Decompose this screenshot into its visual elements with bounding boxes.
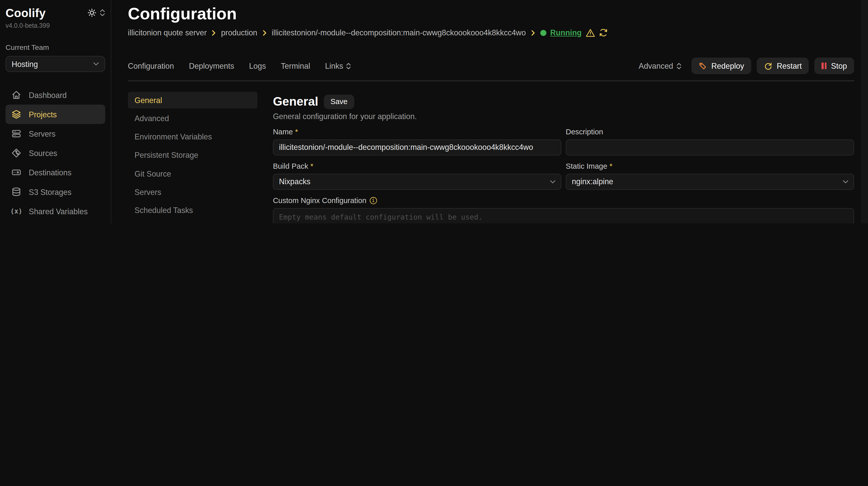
stop-button[interactable]: Stop <box>814 58 854 74</box>
build-pack-label: Build Pack* <box>273 162 561 170</box>
sidebar-item-s3-storages[interactable]: S3 Storages <box>6 182 105 201</box>
breadcrumb-project[interactable]: illicitonion quote server <box>128 28 207 37</box>
subnav-item-webhooks[interactable]: Webhooks <box>128 221 257 223</box>
sidebar-menu: Dashboard Projects Servers Sources <box>6 85 105 223</box>
advanced-dropdown[interactable]: Advanced <box>639 61 681 70</box>
redeploy-icon <box>699 62 707 70</box>
git-source-icon <box>12 148 21 158</box>
tab-deployments[interactable]: Deployments <box>189 61 234 70</box>
section-title: General <box>273 94 318 109</box>
sidebar-item-sources[interactable]: Sources <box>6 143 105 163</box>
description-label: Description <box>566 128 854 136</box>
server-icon <box>12 129 21 138</box>
chevron-updown-icon <box>346 62 351 69</box>
restart-button[interactable]: Restart <box>757 58 809 74</box>
resource-tabs: Configuration Deployments Logs Terminal … <box>128 58 854 74</box>
sidebar-item-label: Shared Variables <box>29 206 88 216</box>
subnav-item-environment-variables[interactable]: Environment Variables <box>128 129 257 145</box>
destinations-icon <box>12 168 21 177</box>
database-icon <box>12 187 21 196</box>
main-content: Configuration illicitonion quote server … <box>112 0 868 223</box>
tab-links[interactable]: Links <box>325 61 351 70</box>
tab-logs[interactable]: Logs <box>249 61 266 70</box>
sidebar-item-label: Servers <box>29 129 56 138</box>
team-select-value: Hosting <box>12 60 38 68</box>
sidebar-item-label: Projects <box>29 110 57 119</box>
app-logo: Coolify <box>6 7 46 20</box>
app-version: v4.0.0-beta.399 <box>6 22 105 29</box>
warning-icon[interactable] <box>585 29 595 37</box>
restart-icon <box>764 62 773 70</box>
coolify-app: Coolify v4.0.0-beta.399 Current Team Hos… <box>0 0 868 223</box>
sidebar-item-label: Sources <box>29 149 57 158</box>
config-subnav: General Advanced Environment Variables P… <box>128 92 257 223</box>
breadcrumb: illicitonion quote server production ill… <box>128 28 854 37</box>
tab-configuration[interactable]: Configuration <box>128 61 174 70</box>
sidebar-item-label: Destinations <box>29 168 71 177</box>
subnav-item-general[interactable]: General <box>128 92 257 108</box>
sidebar-item-shared-variables[interactable]: (x) Shared Variables <box>6 201 105 221</box>
sidebar-item-projects[interactable]: Projects <box>6 105 105 124</box>
scrollbar[interactable] <box>861 0 868 223</box>
chevron-down-icon <box>550 180 556 184</box>
description-input[interactable] <box>566 139 854 155</box>
section-description: General configuration for your applicati… <box>273 111 854 120</box>
sidebar-item-dashboard[interactable]: Dashboard <box>6 85 105 105</box>
chevron-updown-icon <box>677 62 682 69</box>
subnav-item-scheduled-tasks[interactable]: Scheduled Tasks <box>128 202 257 219</box>
sidebar-item-servers[interactable]: Servers <box>6 124 105 143</box>
static-image-select[interactable]: nginx:alpine <box>566 173 854 190</box>
tab-terminal[interactable]: Terminal <box>281 61 310 70</box>
chevron-down-icon <box>93 62 99 66</box>
app-sidebar: Coolify v4.0.0-beta.399 Current Team Hos… <box>0 0 111 223</box>
chevron-right-icon <box>262 30 267 36</box>
home-icon <box>12 90 21 99</box>
shared-variables-icon: (x) <box>12 207 21 215</box>
theme-sun-icon[interactable] <box>88 8 96 17</box>
chevron-right-icon <box>531 30 535 36</box>
chevron-right-icon <box>212 30 216 36</box>
sidebar-item-label: Dashboard <box>29 91 67 99</box>
subnav-item-persistent-storage[interactable]: Persistent Storage <box>128 147 257 163</box>
subnav-item-advanced[interactable]: Advanced <box>128 110 257 126</box>
subnav-item-git-source[interactable]: Git Source <box>128 165 257 182</box>
static-image-label: Static Image* <box>566 162 854 170</box>
team-select[interactable]: Hosting <box>6 56 105 72</box>
theme-updown-icon[interactable] <box>99 9 105 17</box>
name-label: Name* <box>273 128 561 136</box>
name-input[interactable] <box>273 139 561 155</box>
breadcrumb-resource[interactable]: illicitestonion/-module--decomposition:m… <box>272 28 526 37</box>
general-form: General Save General configuration for y… <box>273 94 854 223</box>
sidebar-item-notifications[interactable]: Notifications <box>6 221 105 223</box>
nginx-config-label: Custom Nginx Configuration i <box>273 196 854 204</box>
sidebar-item-label: S3 Storages <box>29 187 71 196</box>
save-button[interactable]: Save <box>324 94 354 109</box>
build-pack-select[interactable]: Nixpacks <box>273 173 561 190</box>
status-dot <box>540 30 546 36</box>
nginx-config-textarea[interactable] <box>273 208 854 223</box>
refresh-icon[interactable] <box>599 28 608 37</box>
status-running-link[interactable]: Running <box>550 28 581 37</box>
subnav-item-servers[interactable]: Servers <box>128 184 257 200</box>
current-team-label: Current Team <box>6 43 105 52</box>
page-title: Configuration <box>128 3 854 25</box>
chevron-down-icon <box>842 180 849 184</box>
layers-icon <box>12 110 21 119</box>
breadcrumb-environment[interactable]: production <box>221 28 257 37</box>
info-icon[interactable]: i <box>370 197 377 204</box>
stop-icon <box>822 63 827 69</box>
redeploy-button[interactable]: Redeploy <box>691 58 751 74</box>
sidebar-item-destinations[interactable]: Destinations <box>6 163 105 182</box>
